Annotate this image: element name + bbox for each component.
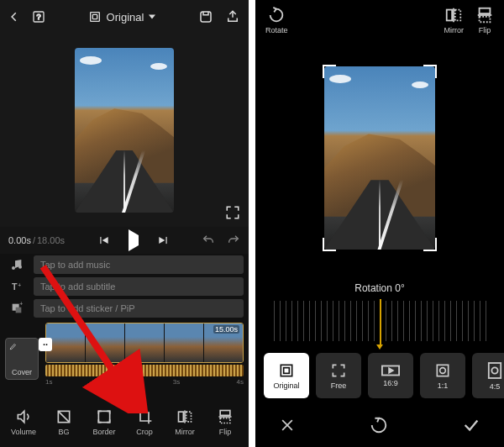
clip-duration: 15.00s [213,325,239,334]
video-preview[interactable] [75,48,174,213]
total-time: 18.00s [37,235,65,245]
sticker-track-icon[interactable]: + [0,302,34,315]
confirm-icon[interactable] [462,416,480,434]
music-placeholder[interactable]: Tap to add music [34,255,244,274]
crop-frame[interactable] [324,66,435,250]
music-track-icon[interactable] [0,258,34,271]
crop-handle-bl[interactable] [323,238,336,251]
crop-handle-tr[interactable] [423,65,437,78]
svg-rect-19 [98,411,109,422]
sticker-placeholder[interactable]: Tap to add sticker / PiP [34,299,244,318]
svg-marker-8 [159,237,165,244]
svg-rect-3 [92,14,97,18]
svg-marker-4 [149,15,155,19]
svg-point-10 [18,266,22,269]
confirm-bar [255,405,504,445]
audio-waveform[interactable] [45,365,244,376]
next-frame-icon[interactable] [157,234,169,246]
svg-rect-6 [100,237,101,244]
bg-tool[interactable]: BG [44,408,84,442]
svg-rect-5 [201,12,211,22]
cancel-icon[interactable] [279,417,296,434]
flip-label: Flip [479,26,491,34]
timeline-tracks: Tap to add music T+ Tap to add subtitle … [0,254,249,403]
preview-area [0,34,249,227]
clip-handle[interactable]: ·· [39,338,52,351]
mirror-label: Mirror [444,26,465,34]
cover-label: Cover [12,368,32,376]
crop-handle-br[interactable] [423,238,437,251]
current-time: 0.00s [8,235,31,245]
svg-rect-30 [480,8,491,13]
ratio-original[interactable]: Original [264,353,309,398]
crop-tool[interactable]: Crop [124,408,165,442]
time-separator: / [33,235,35,245]
border-tool[interactable]: Border [84,408,124,442]
save-icon[interactable] [198,9,213,24]
svg-rect-27 [447,10,452,21]
svg-rect-34 [284,367,290,373]
ratio-1-1-label: 1:1 [438,381,449,390]
flip-label: Flip [219,428,232,436]
svg-rect-20 [179,412,184,422]
svg-text:+: + [19,302,23,307]
prev-frame-icon[interactable] [98,234,110,246]
svg-point-40 [491,367,497,373]
svg-text:?: ? [36,13,40,21]
subtitle-placeholder[interactable]: Tap to add subtitle [34,277,244,296]
svg-rect-24 [220,418,230,423]
flip-tool[interactable]: Flip [205,408,245,442]
svg-rect-39 [489,363,501,378]
back-icon[interactable] [8,11,20,23]
rotation-readout: Rotation 0° [255,282,504,294]
timeline-ruler: 1s 2s 3s 4s [45,378,244,390]
cover-button[interactable]: Cover [5,338,39,380]
text-track-icon[interactable]: T+ [0,280,34,293]
mirror-button[interactable]: Mirror [444,6,465,34]
svg-rect-31 [480,17,491,22]
mirror-label: Mirror [175,428,195,436]
ratio-16-9[interactable]: 16:9 [368,353,413,398]
svg-line-18 [58,411,69,422]
help-icon[interactable]: ? [32,10,45,24]
reset-icon[interactable] [370,416,388,434]
svg-text:+: + [18,282,21,288]
play-icon[interactable] [129,235,139,245]
redo-icon[interactable] [227,234,240,247]
edit-icon [9,342,18,350]
svg-marker-16 [18,411,24,422]
fullscreen-icon[interactable] [225,205,240,220]
crop-header: Rotate Mirror Flip [255,0,504,40]
playback-bar: 0.00s / 18.00s [0,227,249,254]
svg-rect-14 [16,308,22,313]
volume-tool[interactable]: Volume [3,408,44,442]
svg-marker-36 [389,368,393,373]
ratio-4-5-label: 4:5 [490,382,501,391]
svg-rect-2 [90,13,99,22]
aspect-ratio-button[interactable]: Original [88,10,156,24]
ratio-16-9-label: 16:9 [383,379,398,387]
ratio-1-1[interactable]: 1:1 [420,353,465,398]
video-clip[interactable]: 15.00s [45,323,244,363]
ratio-free[interactable]: Free [316,353,361,398]
svg-marker-7 [102,237,108,244]
rotation-dial[interactable] [269,301,491,341]
volume-label: Volume [11,428,36,436]
crop-canvas[interactable] [255,40,504,276]
ratio-4-5[interactable]: 4:5 [472,353,504,398]
rotate-label: Rotate [265,26,288,34]
editor-pane: ? Original 0.00 [0,0,252,447]
chevron-down-icon [149,13,155,20]
rotate-button[interactable]: Rotate [265,6,288,34]
ratio-free-label: Free [331,381,347,390]
flip-button[interactable]: Flip [475,6,494,34]
mirror-tool[interactable]: Mirror [165,408,205,442]
crop-handle-tl[interactable] [323,65,336,78]
undo-icon[interactable] [202,234,215,247]
export-icon[interactable] [225,9,240,24]
aspect-ratio-row: Original Free 16:9 1:1 4:5 [255,341,504,405]
svg-rect-37 [437,365,448,376]
svg-point-38 [440,367,446,373]
crop-label: Crop [136,428,153,436]
svg-text:T: T [12,281,18,292]
